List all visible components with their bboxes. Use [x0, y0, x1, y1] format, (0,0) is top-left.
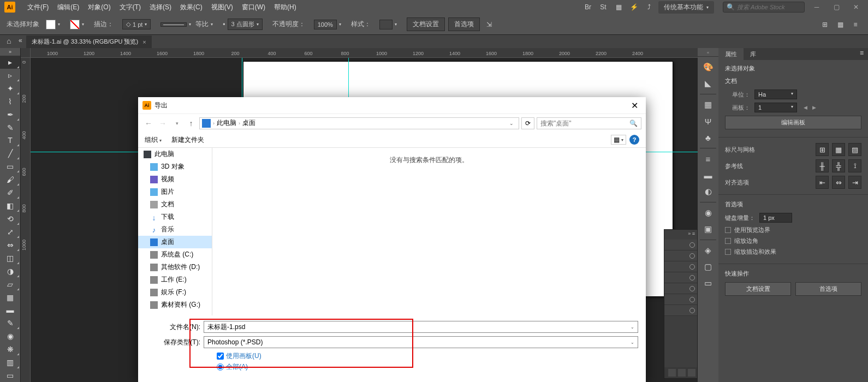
color-guide-icon[interactable]: ◣ [700, 75, 716, 92]
style-dd[interactable] [379, 20, 393, 29]
dialog-search-input[interactable] [540, 120, 628, 127]
width-tool[interactable]: ⇔ [0, 238, 20, 252]
menu-type[interactable]: 文字(T) [115, 3, 145, 12]
grid-toggle[interactable]: ▦ [832, 143, 845, 156]
smart-guides-toggle[interactable]: ╬ [832, 159, 845, 172]
edit-artboard-button[interactable]: 编辑画板 [725, 116, 861, 129]
tree-item[interactable]: 娱乐 (F:) [138, 286, 212, 299]
asset-export-icon[interactable]: ▢ [700, 259, 716, 275]
tree-item[interactable]: 图片 [138, 186, 212, 198]
filename-input[interactable]: 未标题-1.psd⌄ [204, 321, 638, 333]
maximize-button[interactable]: ▢ [829, 2, 844, 12]
workspace-dropdown[interactable]: 传统基本功能 ▾ [658, 1, 714, 14]
search-stock-input[interactable] [737, 4, 797, 10]
new-folder-button[interactable]: 新建文件夹 [171, 135, 204, 145]
opacity-field[interactable]: 100% [314, 20, 337, 29]
menu-edit[interactable]: 编辑(E) [53, 3, 84, 12]
artboard-select[interactable]: 1▾ [754, 103, 797, 112]
gpu-icon[interactable]: ⚡ [628, 1, 640, 13]
tree-item[interactable]: 桌面 [138, 236, 212, 248]
tab-libraries[interactable]: 库 [744, 48, 763, 60]
help-icon[interactable]: ? [629, 135, 639, 145]
minimize-button[interactable]: ─ [809, 2, 824, 12]
menu-select[interactable]: 选择(S) [145, 3, 176, 12]
nav-back-button[interactable]: ← [142, 119, 154, 128]
tree-item[interactable]: 视频 [138, 173, 212, 186]
tab-arrange-icon[interactable]: « [19, 37, 22, 44]
rocket-icon[interactable]: ⤴ [643, 1, 655, 13]
type-tool[interactable]: T [0, 134, 20, 147]
scale-corners-checkbox[interactable]: 缩放边角 [725, 237, 861, 245]
direct-select-tool[interactable]: ▹ [0, 69, 20, 82]
gradient-tool[interactable]: ▬ [0, 303, 20, 317]
menu-icon[interactable]: ≡ [849, 19, 861, 31]
menu-window[interactable]: 窗口(W) [237, 3, 270, 12]
pen-tool[interactable]: ✒ [0, 108, 20, 121]
magic-wand-tool[interactable]: ✦ [0, 82, 20, 95]
tree-item[interactable]: 此电脑 [138, 148, 212, 160]
scale-stroke-checkbox[interactable]: 缩放描边和效果 [725, 248, 861, 256]
transparency-icon[interactable]: ◐ [700, 183, 716, 200]
nav-up-button[interactable]: ↑ [185, 119, 197, 128]
dialog-search-field[interactable]: 🔍 [537, 117, 641, 129]
all-radio[interactable]: 全部(A) [146, 362, 638, 372]
paintbrush-tool[interactable]: 🖌 [0, 173, 20, 186]
rectangle-tool[interactable]: ▭ [0, 160, 20, 173]
appearance-icon[interactable]: ◉ [700, 205, 716, 221]
layers-mini-panel[interactable]: » ≡ [664, 229, 698, 379]
tree-item[interactable]: 素材资料 (G:) [138, 299, 212, 311]
layer-icon[interactable] [668, 369, 676, 377]
refresh-button[interactable]: ⟳ [521, 117, 534, 129]
selection-tool[interactable]: ▸ [0, 56, 20, 69]
tree-item[interactable]: 系统盘 (C:) [138, 248, 212, 261]
tab-properties[interactable]: 属性 [718, 48, 744, 60]
symbol-sprayer-tool[interactable]: ❋ [0, 343, 20, 356]
tree-item[interactable]: ↓下载 [138, 211, 212, 223]
layer-row[interactable] [664, 283, 697, 294]
blend-tool[interactable]: ◉ [0, 330, 20, 343]
stroke-swatch-group[interactable]: ▾ [70, 20, 84, 29]
eraser-tool[interactable]: ◧ [0, 199, 20, 212]
menu-file[interactable]: 文件(F) [23, 3, 53, 12]
pencil-tool[interactable]: ✐ [0, 186, 20, 199]
quick-doc-setup-button[interactable]: 文档设置 [725, 282, 791, 296]
use-artboard-check[interactable] [217, 353, 224, 360]
transparency-grid-toggle[interactable]: ▨ [848, 143, 861, 156]
use-preview-checkbox[interactable]: 使用预览边界 [725, 226, 861, 234]
gradient-panel-icon[interactable]: ▬ [700, 167, 716, 183]
dialog-close-button[interactable]: ✕ [628, 99, 641, 112]
tree-item[interactable]: 文档 [138, 198, 212, 211]
eyedropper-tool[interactable]: ✎ [0, 317, 20, 330]
doc-setup-button[interactable]: 文档设置 [407, 17, 445, 31]
ruler-toggle[interactable]: ⊞ [816, 143, 829, 156]
tree-item[interactable]: 工作 (E:) [138, 273, 212, 286]
mesh-tool[interactable]: ▦ [0, 291, 20, 304]
graphic-styles-icon[interactable]: ▣ [700, 221, 716, 237]
line-tool[interactable]: ╱ [0, 147, 20, 160]
transform-icon[interactable]: ⇲ [483, 19, 495, 31]
expand-tools-icon[interactable]: » [0, 48, 20, 56]
panel-menu-icon[interactable]: ≡ [855, 48, 868, 60]
align-left-icon[interactable]: ⇤ [816, 176, 829, 189]
use-artboard-checkbox[interactable]: 使用画板(U) [146, 351, 638, 361]
nav-history-icon[interactable]: ▾ [171, 121, 183, 126]
stroke-weight-field[interactable]: ◇1 pt▾ [122, 19, 151, 29]
layers-panel-icon[interactable]: ◈ [700, 242, 716, 259]
tree-item[interactable]: ♪音乐 [138, 223, 212, 236]
organize-dropdown[interactable]: 组织 ▾ [145, 135, 162, 145]
quick-prefs-button[interactable]: 首选项 [795, 282, 861, 296]
brushes-icon[interactable]: Ψ [700, 113, 716, 129]
align-center-icon[interactable]: ⇔ [832, 176, 845, 189]
breadcrumb-seg[interactable]: 此电脑 [215, 118, 239, 128]
all-radio-input[interactable] [217, 363, 224, 371]
prefs-button[interactable]: 首选项 [448, 17, 480, 31]
document-tab[interactable]: 未标题-1.ai @ 33.33% (RGB/GPU 预览) × [26, 35, 152, 48]
view-mode-dropdown[interactable]: ▦▾ [611, 135, 626, 145]
symbols-icon[interactable]: ♣ [700, 129, 716, 146]
align-icon[interactable]: ▦ [834, 19, 846, 31]
breadcrumb-seg[interactable]: 桌面 [240, 118, 258, 128]
color-panel-icon[interactable]: 🎨 [700, 59, 716, 75]
tree-item[interactable]: 3D 对象 [138, 160, 212, 173]
trash-icon[interactable] [688, 369, 695, 377]
bridge-icon[interactable]: Br [582, 1, 594, 13]
